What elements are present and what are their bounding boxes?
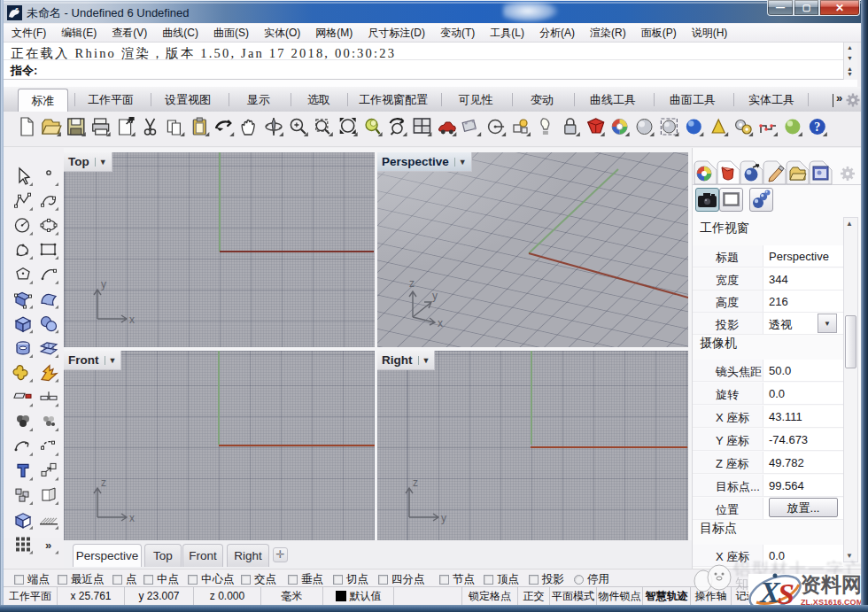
svg-text:x: x bbox=[129, 314, 135, 326]
svg-text:6: 6 bbox=[15, 7, 19, 13]
svg-text:»: » bbox=[45, 538, 51, 552]
svg-text:?: ? bbox=[814, 120, 820, 134]
svg-text:x: x bbox=[129, 512, 135, 524]
svg-text:y: y bbox=[432, 290, 438, 302]
svg-text:z: z bbox=[413, 476, 418, 489]
svg-text:y: y bbox=[441, 512, 446, 524]
svg-text:z: z bbox=[101, 476, 106, 489]
svg-text:z: z bbox=[409, 277, 415, 290]
svg-text:y: y bbox=[101, 278, 106, 291]
svg-text:x: x bbox=[438, 317, 443, 329]
